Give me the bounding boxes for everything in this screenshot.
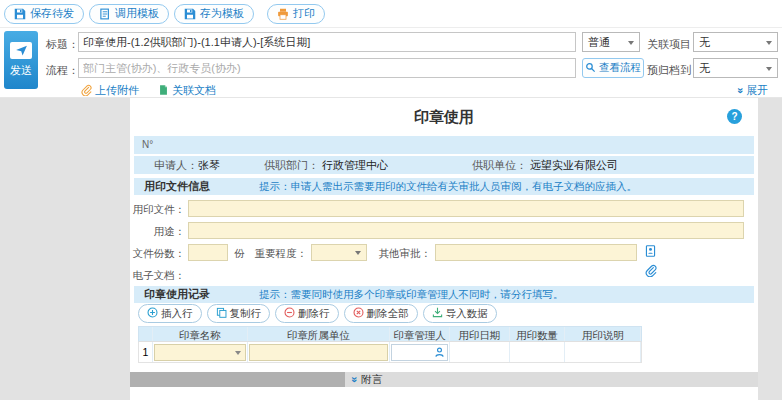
related-document-link[interactable]: 关联文档 — [158, 83, 216, 98]
seal-note-cell[interactable] — [565, 342, 641, 362]
title-label: 标题： — [46, 37, 79, 52]
copy-icon — [216, 307, 227, 320]
postscript-bar[interactable]: » 附言 — [130, 372, 758, 387]
send-button[interactable]: 发送 — [4, 31, 38, 89]
paperclip-icon — [80, 84, 92, 98]
use-template-label: 调用模板 — [115, 6, 159, 21]
expand-link[interactable]: » 展开 — [737, 83, 768, 98]
seal-name-select[interactable] — [154, 344, 246, 361]
form-title: 印章使用 — [130, 108, 758, 127]
edoc-paperclip-icon[interactable] — [644, 264, 657, 277]
copy-row-label: 复制行 — [230, 307, 262, 321]
doc-number-label: N° — [142, 139, 153, 150]
col-header-seal-date: 用印日期 — [450, 327, 510, 341]
col-header-seal-name: 印章名称 — [153, 327, 248, 341]
table-row: 1 — [138, 342, 642, 363]
row-actions: 插入行 复制行 删除行 删除全部 导入数据 — [138, 304, 497, 323]
save-as-template-button[interactable]: 存为模板 — [174, 4, 254, 24]
title-input[interactable] — [78, 32, 576, 52]
print-icon — [277, 8, 289, 20]
document-area: 印章使用 ? N° 申请人： 张琴 供职部门： 行政管理中心 供职单位： 远望实… — [0, 98, 782, 400]
seal-qty-cell[interactable] — [510, 342, 566, 362]
form-header: 发送 标题： 普通 关联项目 无 流程： 查看流程 预归档到 无 上传附件 关联… — [0, 28, 782, 98]
related-project-value: 无 — [699, 36, 710, 48]
horizontal-scrollbar-thumb[interactable] — [130, 372, 345, 387]
prearchive-value: 无 — [699, 62, 710, 74]
double-chevron-down-icon: » — [735, 87, 746, 93]
copies-label: 文件份数： — [130, 247, 185, 261]
insert-row-label: 插入行 — [161, 307, 193, 321]
seal-file-label: 用印文件： — [130, 203, 185, 217]
import-data-label: 导入数据 — [446, 307, 488, 321]
send-label: 发送 — [10, 63, 32, 78]
col-header-seal-qty: 用印数量 — [510, 327, 566, 341]
department-label: 供职部门： — [264, 156, 319, 174]
applicant-bar: 申请人： 张琴 供职部门： 行政管理中心 供职单位： 远望实业有限公司 — [134, 156, 754, 174]
flow-label: 流程： — [46, 63, 79, 78]
table-header-row: 印章名称 印章所属单位 印章管理人 用印日期 用印数量 用印说明 — [138, 326, 642, 342]
print-label: 打印 — [293, 6, 315, 21]
minus-circle-icon — [284, 307, 295, 320]
record-section-header: 印章使用记录 提示：需要同时使用多个印章或印章管理人不同时，请分行填写。 — [134, 286, 754, 303]
use-template-button[interactable]: 调用模板 — [89, 4, 169, 24]
record-section-hint: 提示：需要同时使用多个印章或印章管理人不同时，请分行填写。 — [259, 286, 564, 303]
seal-date-cell[interactable] — [450, 342, 510, 362]
upload-attachment-link[interactable]: 上传附件 — [80, 83, 139, 98]
delete-row-button[interactable]: 删除行 — [275, 304, 339, 323]
document-icon — [158, 84, 169, 98]
picker-icon[interactable] — [644, 244, 657, 258]
expand-label: 展开 — [746, 83, 768, 98]
edoc-label: 电子文档： — [130, 269, 185, 283]
view-flow-button[interactable]: 查看流程 — [582, 58, 644, 78]
prearchive-select[interactable]: 无 — [693, 58, 778, 78]
double-chevron-icon: » — [349, 376, 360, 382]
save-icon — [14, 8, 26, 20]
copies-input[interactable] — [188, 244, 228, 261]
save-pending-button[interactable]: 保存待发 — [4, 4, 84, 24]
save-pending-label: 保存待发 — [30, 6, 74, 21]
related-project-label: 关联项目 — [647, 37, 691, 52]
prearchive-label: 预归档到 — [647, 63, 691, 78]
save-as-icon — [184, 8, 196, 20]
paper-plane-icon — [10, 42, 32, 59]
person-icon[interactable] — [433, 346, 446, 359]
print-button[interactable]: 打印 — [267, 4, 325, 24]
importance-select[interactable] — [311, 244, 367, 261]
purpose-label: 用途： — [130, 225, 185, 239]
applicant-label: 申请人： — [154, 156, 198, 174]
file-section-hint: 提示：申请人需出示需要用印的文件给有关审批人员审阅，有电子文档的应插入。 — [259, 178, 637, 195]
insert-row-button[interactable]: 插入行 — [138, 304, 202, 323]
seal-file-input[interactable] — [188, 200, 744, 217]
other-approval-label: 其他审批： — [376, 247, 431, 261]
form-sheet: 印章使用 ? N° 申请人： 张琴 供职部门： 行政管理中心 供职单位： 远望实… — [130, 98, 758, 372]
copy-row-button[interactable]: 复制行 — [207, 304, 271, 323]
col-header-seal-note: 用印说明 — [565, 327, 641, 341]
postscript-label: 附言 — [361, 373, 382, 387]
delete-row-label: 删除行 — [298, 307, 330, 321]
top-toolbar: 保存待发 调用模板 存为模板 打印 — [0, 0, 782, 28]
import-data-button[interactable]: 导入数据 — [423, 304, 497, 323]
related-document-label: 关联文档 — [172, 83, 216, 98]
seal-manager-input[interactable] — [391, 344, 448, 361]
department-value: 行政管理中心 — [322, 156, 388, 174]
related-project-select[interactable]: 无 — [693, 32, 778, 52]
delete-all-label: 删除全部 — [367, 307, 409, 321]
col-header-seal-manager: 印章管理人 — [390, 327, 450, 341]
import-icon — [432, 307, 443, 320]
help-icon[interactable]: ? — [727, 109, 742, 124]
other-approval-input[interactable] — [435, 244, 637, 261]
col-header-seal-unit: 印章所属单位 — [248, 327, 390, 341]
company-value: 远望实业有限公司 — [530, 156, 618, 174]
file-section-title: 用印文件信息 — [144, 178, 210, 195]
x-circle-icon — [353, 307, 364, 320]
save-as-template-label: 存为模板 — [200, 6, 244, 21]
priority-value: 普通 — [588, 36, 610, 48]
flow-input[interactable] — [78, 58, 576, 78]
view-flow-label: 查看流程 — [599, 61, 641, 75]
delete-all-button[interactable]: 删除全部 — [344, 304, 418, 323]
seal-unit-input[interactable] — [249, 344, 388, 361]
purpose-input[interactable] — [188, 222, 744, 239]
postscript-toggle[interactable]: » 附言 — [351, 372, 382, 387]
record-section-title: 印章使用记录 — [144, 286, 210, 303]
priority-select[interactable]: 普通 — [582, 32, 640, 52]
